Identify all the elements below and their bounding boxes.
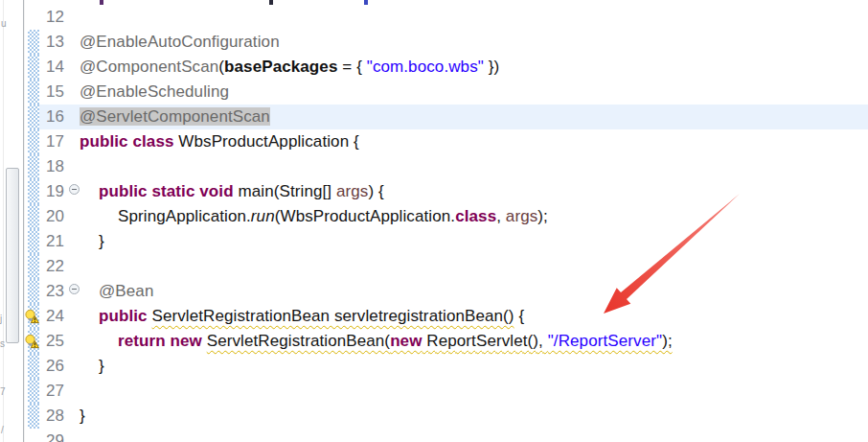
quick-diff-changed-bar (28, 80, 39, 105)
line-number: 24 (39, 304, 68, 329)
code-segment: ServletRegistrationBean servletregistrat… (151, 307, 514, 325)
code-text[interactable]: public ServletRegistrationBean servletre… (80, 304, 868, 329)
quick-diff-changed-bar (28, 154, 39, 179)
line-number: 29 (39, 429, 68, 442)
code-segment: ServletRegistrationBean( (207, 332, 390, 350)
code-text[interactable] (80, 429, 868, 442)
code-text[interactable]: } (80, 229, 868, 254)
line-number: 21 (39, 229, 68, 254)
quick-diff-changed-bar (28, 254, 39, 279)
line-number: 23 (39, 279, 68, 304)
fold-column (68, 129, 80, 154)
fold-column (68, 429, 80, 442)
code-segment: @ComponentScan (80, 58, 218, 76)
code-segment: = { (337, 58, 366, 76)
code-text[interactable]: public class WbsProductApplication { (80, 129, 868, 154)
fold-column (68, 304, 80, 329)
annotation-diff-column (24, 30, 39, 55)
clipped-text-fragment: 7 (0, 387, 6, 397)
quick-diff-changed-bar (28, 379, 39, 404)
annotation-diff-column (24, 55, 39, 80)
annotation-diff-column (24, 379, 39, 404)
quickfix-warning-lightbulb-icon[interactable] (24, 334, 39, 349)
quick-diff-changed-bar (28, 105, 39, 129)
annotation-diff-column (24, 279, 39, 304)
annotation-diff-column (24, 254, 39, 279)
line-number: 16 (39, 105, 68, 129)
code-text[interactable]: @EnableScheduling (80, 80, 868, 105)
code-segment: (WbsProductApplication. (275, 207, 455, 225)
fold-collapse-icon[interactable] (69, 284, 80, 294)
code-segment: WbsProductApplication { (178, 132, 358, 151)
quick-diff-changed-bar (28, 404, 39, 429)
line-number: 22 (39, 254, 68, 279)
annotation-diff-column (24, 354, 39, 379)
code-text[interactable]: return new ServletRegistrationBean(new R… (80, 329, 868, 354)
code-line-12: 12 (24, 5, 868, 30)
code-text[interactable]: } (80, 404, 868, 429)
code-line-23: 23@Bean (24, 279, 868, 304)
code-segment: } (99, 232, 104, 250)
code-text[interactable] (80, 5, 868, 30)
code-text[interactable] (80, 154, 868, 179)
panel-edge-line (3, 0, 4, 442)
code-text[interactable]: } (80, 354, 868, 379)
fold-collapse-icon[interactable] (69, 184, 80, 195)
code-text[interactable]: @ComponentScan(basePackages = { "com.boc… (80, 55, 868, 80)
java-code-editor[interactable]: 1213@EnableAutoConfiguration14@Component… (24, 0, 868, 442)
line-number: 15 (39, 80, 68, 105)
code-segment: ); (537, 207, 548, 225)
line-number: 25 (39, 329, 68, 354)
quick-diff-changed-bar (28, 229, 39, 254)
code-segment: @Bean (99, 282, 153, 300)
fold-column (68, 55, 80, 80)
clipped-text-fragment: j (0, 314, 2, 324)
code-line-18: 18 (24, 154, 868, 179)
code-segment: public (99, 307, 151, 325)
code-text[interactable] (80, 379, 868, 404)
code-line-25: 25return new ServletRegistrationBean(new… (24, 329, 868, 354)
quick-diff-changed-bar (28, 179, 39, 204)
line-number: 13 (39, 30, 68, 55)
panel-vertical-scrollbar[interactable] (6, 168, 19, 343)
code-segment: { (514, 307, 525, 325)
code-segment: args (506, 207, 537, 225)
annotation-diff-column (24, 229, 39, 254)
code-segment: new (390, 332, 422, 350)
code-segment: @EnableAutoConfiguration (80, 33, 280, 51)
fold-column (68, 30, 80, 55)
code-line-15: 15@EnableScheduling (24, 80, 868, 105)
fold-column (68, 204, 80, 229)
clipped-text-fragment: s (0, 339, 5, 349)
clipped-text-fragment: / (1, 426, 4, 435)
code-line-26: 26} (24, 354, 868, 379)
annotation-diff-column (24, 105, 39, 129)
code-text[interactable]: @EnableAutoConfiguration (80, 30, 868, 55)
fold-column (68, 379, 80, 404)
quick-diff-changed-bar (28, 129, 39, 154)
quick-diff-changed-bar (28, 55, 39, 80)
code-text[interactable]: @Bean (80, 279, 868, 304)
code-segment: "com.boco.wbs" (367, 58, 484, 76)
code-segment: public static void (99, 182, 238, 200)
code-line-22: 22 (24, 254, 868, 279)
code-segment: @ServletComponentScan (80, 107, 270, 126)
fold-column (68, 254, 80, 279)
code-segment: class (455, 207, 496, 225)
annotation-diff-column (24, 329, 39, 354)
code-text[interactable]: public static void main(String[] args) { (80, 179, 868, 204)
annotation-diff-column (24, 404, 39, 429)
code-rows: 1213@EnableAutoConfiguration14@Component… (24, 0, 868, 442)
code-segment: return new (118, 332, 207, 350)
code-segment: , (496, 207, 506, 225)
code-text[interactable]: @ServletComponentScan (80, 105, 868, 129)
line-number: 18 (39, 154, 68, 179)
code-text[interactable] (80, 254, 868, 279)
quick-diff-changed-bar (28, 354, 39, 379)
fold-column (68, 279, 80, 304)
quickfix-warning-lightbulb-icon[interactable] (24, 309, 39, 324)
annotation-diff-column (24, 204, 39, 229)
code-text[interactable]: SpringApplication.run(WbsProductApplicat… (80, 204, 868, 229)
code-segment: } (80, 407, 85, 425)
fold-column (68, 229, 80, 254)
